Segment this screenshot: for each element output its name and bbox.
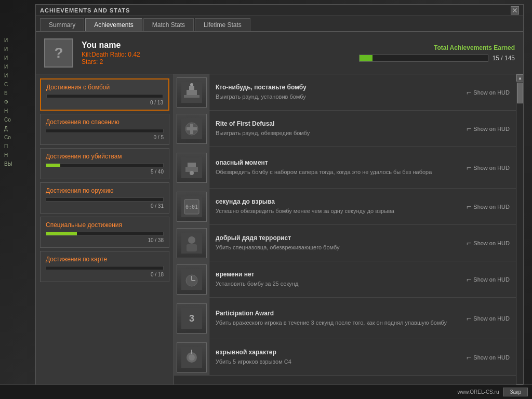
achievements-list: Кто-нибудь, поставьте бомбу Выиграть рау… (174, 74, 516, 391)
category-kills-bar (46, 163, 164, 167)
close-bottom-button[interactable]: Закр (503, 388, 528, 396)
achievement-danger-icon (174, 147, 209, 188)
achievement-defuse: Rite of First Defusal Выиграть раунд, об… (174, 111, 516, 147)
show-hud-label-4[interactable]: Show on HUD (473, 240, 510, 246)
left-menu-item-0[interactable]: И (2, 36, 33, 44)
achievement-participation-hud[interactable]: ⌐ Show on HUD (467, 298, 516, 339)
achievement-danger-hud[interactable]: ⌐ Show on HUD (467, 147, 516, 188)
achievement-one-second-details: секунда до взрыва Успешно обезвредить бо… (209, 189, 467, 224)
achievement-explosive-title: взрывной характер (216, 349, 460, 356)
achievement-no-time-hud[interactable]: ⌐ Show on HUD (467, 261, 516, 297)
bottom-bar: www.OREL-CS.ru Закр (0, 384, 532, 399)
achievement-no-time-icon (174, 261, 209, 297)
category-kills-fill (46, 164, 60, 167)
show-hud-label-3[interactable]: Show on HUD (473, 204, 510, 210)
show-hud-label-1[interactable]: Show on HUD (473, 126, 510, 132)
category-bomb-bar (46, 94, 163, 98)
category-bomb-name: Достижения с бомбой (46, 84, 163, 91)
profile-kd: Kill:Death Ratio: 0.42 (82, 51, 351, 58)
category-bomb[interactable]: Достижения с бомбой 0 / 13 (40, 78, 169, 111)
category-kills[interactable]: Достижения по убийствам 5 / 40 (40, 148, 169, 179)
category-special[interactable]: Специальные достижения 10 / 38 (40, 217, 169, 248)
profile-stars: Stars: 2 (82, 58, 351, 65)
category-map-bar (46, 266, 164, 270)
left-menu-item-4[interactable]: И (2, 72, 33, 79)
category-weapons-name: Достижения по оружию (46, 187, 164, 194)
svg-rect-28 (191, 350, 192, 354)
category-map-name: Достижения по карте (46, 256, 164, 263)
achievement-danger-details: опасный момент Обезвредить бомбу с набор… (209, 147, 467, 188)
show-hud-label-7[interactable]: Show on HUD (473, 354, 510, 361)
show-hud-label-0[interactable]: Show on HUD (473, 89, 510, 96)
left-menu-item-6[interactable]: Б (2, 89, 33, 97)
category-weapons[interactable]: Достижения по оружию 0 / 31 (40, 182, 169, 214)
left-menu-item-13[interactable]: Н (2, 151, 33, 159)
category-rescue-progress: 0 / 5 (46, 135, 164, 140)
achievement-good-guy-title: добрый дядя террорист (216, 234, 460, 242)
scrollbar[interactable]: ▲ ▼ (516, 74, 523, 391)
achievement-no-time: времени нет Установить бомбу за 25 секун… (174, 261, 516, 298)
left-menu-item-10[interactable]: Д (2, 125, 33, 132)
svg-rect-11 (188, 163, 196, 167)
achievements-panel: Кто-нибудь, поставьте бомбу Выиграть рау… (174, 74, 523, 391)
close-button[interactable]: ✕ (511, 6, 519, 15)
left-menu: И И И И И С Б Ф Н Со Д Со П Н ВЫ (0, 31, 35, 173)
left-menu-item-2[interactable]: И (2, 54, 33, 62)
left-menu-item-8[interactable]: Н (2, 107, 33, 115)
category-weapons-progress: 0 / 31 (46, 203, 164, 209)
achievement-plant-bomb-icon (174, 74, 209, 110)
achievement-plant-bomb-hud[interactable]: ⌐ Show on HUD (467, 74, 516, 110)
achievement-plant-bomb-details: Кто-нибудь, поставьте бомбу Выиграть рау… (209, 74, 467, 110)
left-menu-item-9[interactable]: Со (2, 116, 33, 124)
category-bomb-progress: 0 / 13 (46, 100, 163, 105)
show-hud-label-2[interactable]: Show on HUD (473, 165, 510, 171)
left-menu-item-12[interactable]: П (2, 142, 33, 150)
achievement-good-guy-hud[interactable]: ⌐ Show on HUD (467, 225, 516, 261)
categories-panel: Достижения с бомбой 0 / 13 Достижения по… (36, 74, 174, 391)
category-special-name: Специальные достижения (46, 221, 164, 229)
tab-summary[interactable]: Summary (40, 18, 84, 31)
tab-lifetime-stats[interactable]: Lifetime Stats (195, 18, 250, 31)
achievement-defuse-desc: Выиграть раунд, обезвредив бомбу (216, 129, 460, 137)
left-menu-item-11[interactable]: Со (2, 134, 33, 141)
show-hud-label-5[interactable]: Show on HUD (473, 276, 510, 283)
tabs-bar: Summary Achievements Match Stats Lifetim… (36, 16, 523, 32)
achievements-label: Total Achievements Earned (359, 44, 515, 51)
category-special-progress: 10 / 38 (46, 237, 164, 243)
site-text: www.OREL-CS.ru (457, 389, 499, 395)
achievement-one-second-hud[interactable]: ⌐ Show on HUD (467, 189, 516, 224)
category-special-fill (46, 232, 77, 235)
tab-match-stats[interactable]: Match Stats (143, 18, 194, 31)
achievements-bar-bg (359, 55, 488, 62)
scrollbar-thumb[interactable] (517, 83, 523, 103)
achievement-good-guy-details: добрый дядя террорист Убить спецназовца,… (209, 225, 467, 261)
category-rescue[interactable]: Достижения по спасению 0 / 5 (40, 114, 169, 145)
left-menu-item-7[interactable]: Ф (2, 98, 33, 106)
category-kills-name: Достижения по убийствам (46, 153, 164, 160)
achievement-good-guy-desc: Убить спецназовца, обезвреживающего бомб… (216, 244, 460, 251)
left-menu-item-14[interactable]: ВЫ (2, 160, 33, 168)
category-special-bar (46, 232, 164, 236)
scrollbar-up-btn[interactable]: ▲ (516, 74, 523, 82)
achievement-participation-title: Participation Award (216, 310, 460, 317)
title-bar: ACHIEVEMENTS AND STATS ✕ (36, 5, 523, 16)
show-hud-label-6[interactable]: Show on HUD (473, 315, 510, 322)
achievement-plant-bomb-desc: Выиграть раунд, установив бомбу (216, 93, 460, 101)
achievement-explosive: взрывной характер Убить 5 игроков взрыво… (174, 339, 516, 376)
svg-rect-2 (187, 90, 197, 95)
category-map[interactable]: Достижения по карте 0 / 18 (40, 251, 169, 282)
achievement-participation-icon: 3 (174, 298, 209, 339)
achievement-danger-desc: Обезвредить бомбу с набором сапера тогда… (216, 168, 460, 176)
category-kills-progress: 5 / 40 (46, 169, 164, 175)
tab-achievements[interactable]: Achievements (85, 18, 142, 31)
achievement-one-second-icon: 0:01 (174, 189, 209, 224)
left-menu-item-5[interactable]: С (2, 81, 33, 88)
window-title: ACHIEVEMENTS AND STATS (40, 7, 130, 14)
achievement-participation: 3 Participation Award Убить вражеского и… (174, 298, 516, 339)
left-menu-item-1[interactable]: И (2, 45, 33, 53)
achievement-explosive-hud[interactable]: ⌐ Show on HUD (467, 339, 516, 375)
achievement-defuse-hud[interactable]: ⌐ Show on HUD (467, 111, 516, 147)
svg-point-12 (190, 171, 194, 175)
achievement-one-second: 0:01 секунда до взрыва Успешно обезвреди… (174, 189, 516, 225)
left-menu-item-3[interactable]: И (2, 63, 33, 71)
